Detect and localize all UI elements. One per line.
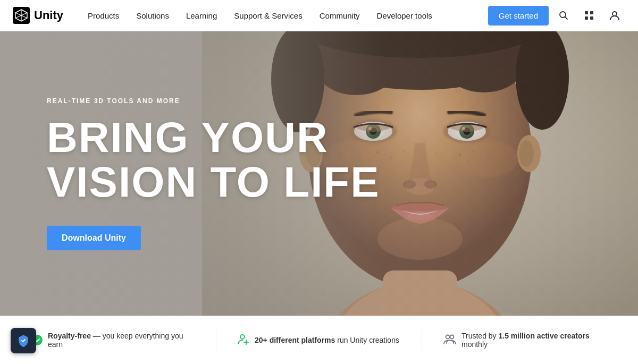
- logo-link[interactable]: Unity: [13, 7, 63, 24]
- unity-logo-icon: [13, 7, 30, 24]
- svg-rect-9: [585, 16, 588, 20]
- nav-item-community[interactable]: Community: [312, 7, 367, 24]
- hero-headline-line2: VISION TO LIFE: [47, 158, 380, 206]
- svg-line-6: [565, 17, 568, 20]
- download-unity-button[interactable]: Download Unity: [47, 226, 141, 250]
- hero-headline: BRING YOUR VISION TO LIFE: [47, 115, 591, 205]
- search-button[interactable]: [553, 5, 574, 26]
- grid-icon: [584, 10, 594, 21]
- hero-headline-line1: BRING YOUR: [47, 114, 329, 161]
- svg-point-11: [612, 12, 617, 16]
- logo-text: Unity: [34, 9, 63, 22]
- grid-menu-button[interactable]: [578, 5, 600, 26]
- platforms-text: 20+ different platforms run Unity creati…: [255, 336, 399, 344]
- nav-right: Get started: [488, 5, 625, 26]
- nav-item-products[interactable]: Products: [80, 7, 127, 24]
- svg-rect-8: [590, 11, 593, 14]
- nav-item-learning[interactable]: Learning: [179, 7, 224, 24]
- svg-point-59: [446, 335, 450, 339]
- svg-point-60: [450, 335, 454, 339]
- divider-2: [422, 329, 422, 351]
- royalty-text: Royalty-free — you keep everything you e…: [48, 332, 195, 349]
- hero-section: REAL-TIME 3D TOOLS AND MORE BRING YOUR V…: [0, 31, 638, 316]
- royalty-stat: Royalty-free — you keep everything you e…: [32, 332, 195, 349]
- svg-rect-7: [585, 11, 588, 14]
- nav-item-solutions[interactable]: Solutions: [129, 7, 177, 24]
- svg-point-56: [240, 335, 245, 339]
- get-started-button[interactable]: Get started: [488, 6, 549, 26]
- nav-links: Products Solutions Learning Support & Se…: [80, 7, 488, 24]
- svg-rect-10: [590, 16, 593, 20]
- user-icon: [609, 10, 620, 21]
- platforms-icon: [238, 333, 249, 348]
- user-account-button[interactable]: [604, 5, 625, 26]
- creators-text: Trusted by 1.5 million active creators m…: [461, 332, 606, 349]
- search-icon: [558, 10, 569, 21]
- bottom-stats-bar: Royalty-free — you keep everything you e…: [0, 316, 638, 364]
- shield-badge: [11, 328, 36, 353]
- creators-icon: [443, 333, 456, 347]
- navbar: Unity Products Solutions Learning Suppor…: [0, 0, 638, 31]
- hero-content: REAL-TIME 3D TOOLS AND MORE BRING YOUR V…: [0, 31, 638, 316]
- creators-stat: Trusted by 1.5 million active creators m…: [443, 332, 606, 349]
- shield-icon: [17, 334, 30, 347]
- divider-1: [216, 329, 216, 351]
- platforms-stat: 20+ different platforms run Unity creati…: [238, 333, 400, 348]
- nav-item-developer[interactable]: Developer tools: [370, 7, 440, 24]
- nav-item-support[interactable]: Support & Services: [226, 7, 309, 24]
- hero-eyebrow: REAL-TIME 3D TOOLS AND MORE: [47, 97, 591, 105]
